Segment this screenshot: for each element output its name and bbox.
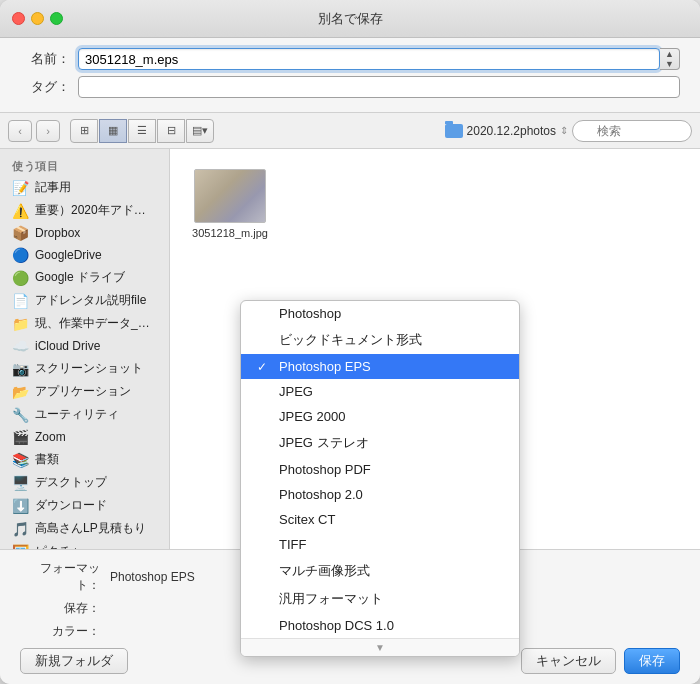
tag-input[interactable] xyxy=(78,76,680,98)
save-button[interactable]: 保存 xyxy=(624,648,680,674)
thumbnail-image xyxy=(195,170,265,222)
view-list-btn[interactable]: ☰ xyxy=(128,119,156,143)
maximize-button[interactable] xyxy=(50,12,63,25)
icloud-icon: ☁️ xyxy=(12,338,29,354)
file-item[interactable]: 3051218_m.jpg xyxy=(190,169,270,239)
view-gallery-btn[interactable]: ▤▾ xyxy=(186,119,214,143)
dropdown-item-dcs10[interactable]: Photoshop DCS 1.0 xyxy=(241,613,519,638)
sidebar-item-utilities[interactable]: 🔧 ユーティリティ xyxy=(0,403,169,426)
googledrive-icon: 🔵 xyxy=(12,247,29,263)
name-input[interactable] xyxy=(78,48,660,70)
cancel-button[interactable]: キャンセル xyxy=(521,648,616,674)
forward-button[interactable]: › xyxy=(36,120,60,142)
sidebar-item-label: 現、作業中データ_Backup後削… xyxy=(35,315,157,332)
zoom-icon: 🎬 xyxy=(12,429,29,445)
dropdown-item-jpeg[interactable]: JPEG xyxy=(241,379,519,404)
view-grid-btn[interactable]: ▦ xyxy=(99,119,127,143)
sidebar-item-google-drive-jp[interactable]: 🟢 Google ドライブ xyxy=(0,266,169,289)
format-value: Photoshop EPS xyxy=(110,570,195,584)
file-name: 3051218_m.jpg xyxy=(192,227,268,239)
format-dropdown[interactable]: Photoshop ビックドキュメント形式 ✓ Photoshop EPS JP… xyxy=(240,300,520,657)
utilities-icon: 🔧 xyxy=(12,407,29,423)
sidebar-item-pictures[interactable]: 🖼️ ピクチャ xyxy=(0,540,169,549)
sidebar-item-label: 高島さんLP見積もり xyxy=(35,520,146,537)
dropdown-item-scitex[interactable]: Scitex CT xyxy=(241,507,519,532)
view-columns-btn[interactable]: ⊟ xyxy=(157,119,185,143)
minimize-button[interactable] xyxy=(31,12,44,25)
dropdown-scroll-indicator: ▼ xyxy=(241,638,519,656)
search-input[interactable] xyxy=(572,120,692,142)
name-label: 名前： xyxy=(20,50,70,68)
dropdown-item-generic[interactable]: 汎用フォーマット xyxy=(241,585,519,613)
folder-selector[interactable]: 2020.12.2photos ⇕ xyxy=(445,124,568,138)
folder-name: 2020.12.2photos xyxy=(467,124,556,138)
sidebar-item-label: Dropbox xyxy=(35,226,80,240)
dropdown-item-multi[interactable]: マルチ画像形式 xyxy=(241,557,519,585)
sidebar-item-backup[interactable]: 📁 現、作業中データ_Backup後削… xyxy=(0,312,169,335)
top-form: 名前： ▲▼ タグ： xyxy=(0,38,700,113)
dropdown-item-bigdoc[interactable]: ビックドキュメント形式 xyxy=(241,326,519,354)
apps-icon: 📂 xyxy=(12,384,29,400)
backup-icon: 📁 xyxy=(12,316,29,332)
sidebar-item-juuyou[interactable]: ⚠️ 重要）2020年アドレンタル増刷… xyxy=(0,199,169,222)
sidebar-item-label: 重要）2020年アドレンタル増刷… xyxy=(35,202,157,219)
dropdown-item-photoshop[interactable]: Photoshop xyxy=(241,301,519,326)
dropdown-item-pdf[interactable]: Photoshop PDF xyxy=(241,457,519,482)
sidebar-section-label: 使う項目 xyxy=(0,155,169,176)
stepper-button[interactable]: ▲▼ xyxy=(660,48,680,70)
tag-label: タグ： xyxy=(20,78,70,96)
sidebar: 使う項目 📝 記事用 ⚠️ 重要）2020年アドレンタル増刷… 📦 Dropbo… xyxy=(0,149,170,549)
sidebar-item-documents[interactable]: 📚 書類 xyxy=(0,448,169,471)
sidebar-item-label: スクリーンショット xyxy=(35,360,143,377)
title-bar: 別名で保存 xyxy=(0,0,700,38)
dropdown-item-ps20[interactable]: Photoshop 2.0 xyxy=(241,482,519,507)
folder-dropdown-arrow: ⇕ xyxy=(560,125,568,136)
dropdown-item-jpeg2000[interactable]: JPEG 2000 xyxy=(241,404,519,429)
dropbox-icon: 📦 xyxy=(12,225,29,241)
window-title: 別名で保存 xyxy=(318,10,383,28)
view-buttons: ⊞ ▦ ☰ ⊟ ▤▾ xyxy=(70,119,214,143)
sidebar-item-label: iCloud Drive xyxy=(35,339,100,353)
adlental-icon: 📄 xyxy=(12,293,29,309)
desktop-icon: 🖥️ xyxy=(12,475,29,491)
sidebar-item-label: ダウンロード xyxy=(35,497,107,514)
color-label: カラー： xyxy=(20,623,100,640)
tag-row: タグ： xyxy=(20,76,680,98)
downloads-icon: ⬇️ xyxy=(12,498,29,514)
dropdown-item-eps[interactable]: ✓ Photoshop EPS xyxy=(241,354,519,379)
lp-icon: 🎵 xyxy=(12,521,29,537)
google-drive-jp-icon: 🟢 xyxy=(12,270,29,286)
documents-icon: 📚 xyxy=(12,452,29,468)
format-label: フォーマット： xyxy=(20,560,100,594)
view-icon-btn[interactable]: ⊞ xyxy=(70,119,98,143)
action-buttons: キャンセル 保存 xyxy=(521,648,680,674)
folder-icon xyxy=(445,124,463,138)
file-thumbnail xyxy=(194,169,266,223)
sidebar-item-zoom[interactable]: 🎬 Zoom xyxy=(0,426,169,448)
dropdown-item-tiff[interactable]: TIFF xyxy=(241,532,519,557)
sidebar-item-label: ユーティリティ xyxy=(35,406,119,423)
sidebar-item-adlental[interactable]: 📄 アドレンタル説明file xyxy=(0,289,169,312)
dropdown-item-jpeg-stereo[interactable]: JPEG ステレオ xyxy=(241,429,519,457)
sidebar-item-lp[interactable]: 🎵 高島さんLP見積もり xyxy=(0,517,169,540)
sidebar-item-label: アプリケーション xyxy=(35,383,131,400)
bottom-panel: Photoshop ビックドキュメント形式 ✓ Photoshop EPS JP… xyxy=(0,549,700,684)
sidebar-item-kijiyou[interactable]: 📝 記事用 xyxy=(0,176,169,199)
close-button[interactable] xyxy=(12,12,25,25)
sidebar-item-label: Google ドライブ xyxy=(35,269,125,286)
new-folder-button[interactable]: 新規フォルダ xyxy=(20,648,128,674)
name-row: 名前： ▲▼ xyxy=(20,48,680,70)
sidebar-item-screenshot[interactable]: 📷 スクリーンショット xyxy=(0,357,169,380)
sidebar-item-icloud[interactable]: ☁️ iCloud Drive xyxy=(0,335,169,357)
juuyou-icon: ⚠️ xyxy=(12,203,29,219)
sidebar-item-googledrive[interactable]: 🔵 GoogleDrive xyxy=(0,244,169,266)
sidebar-item-desktop[interactable]: 🖥️ デスクトップ xyxy=(0,471,169,494)
traffic-lights xyxy=(12,12,63,25)
sidebar-item-downloads[interactable]: ⬇️ ダウンロード xyxy=(0,494,169,517)
sidebar-item-label: 記事用 xyxy=(35,179,71,196)
sidebar-item-apps[interactable]: 📂 アプリケーション xyxy=(0,380,169,403)
kijiyou-icon: 📝 xyxy=(12,180,29,196)
search-wrapper: 🔍 xyxy=(572,120,692,142)
sidebar-item-dropbox[interactable]: 📦 Dropbox xyxy=(0,222,169,244)
back-button[interactable]: ‹ xyxy=(8,120,32,142)
